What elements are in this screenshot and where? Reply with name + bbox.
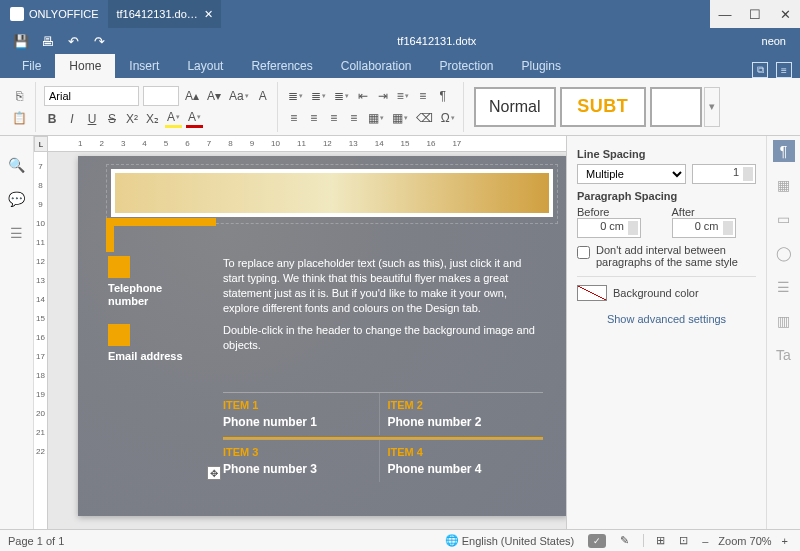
document-page[interactable]: Telephone number Email address To replac…: [78, 156, 566, 516]
item-name[interactable]: ITEM 4: [388, 446, 544, 458]
item-phone[interactable]: Phone number 3: [223, 462, 379, 476]
search-icon[interactable]: 🔍: [8, 156, 26, 174]
zoom-label[interactable]: Zoom 70%: [718, 535, 771, 547]
font-decrease-button[interactable]: A▾: [205, 87, 223, 105]
styles-dropdown[interactable]: ▾: [704, 87, 720, 127]
bullets-button[interactable]: ≣: [286, 87, 305, 105]
undo-button[interactable]: ↶: [60, 31, 86, 51]
fit-page-button[interactable]: ⊞: [652, 534, 669, 547]
special-char-button[interactable]: Ω: [439, 109, 457, 127]
paragraph-1[interactable]: To replace any placeholder text (such as…: [223, 256, 543, 315]
view-settings-icon[interactable]: ≡: [776, 62, 792, 78]
spellcheck-button[interactable]: ✓: [588, 534, 606, 548]
chart-icon[interactable]: ▥: [773, 310, 795, 332]
highlight-button[interactable]: A: [165, 110, 182, 128]
indent-button[interactable]: ⇥: [375, 87, 391, 105]
maximize-button[interactable]: ☐: [740, 0, 770, 28]
language-button[interactable]: 🌐 English (United States): [441, 534, 579, 547]
close-icon[interactable]: ✕: [204, 8, 213, 21]
font-name-select[interactable]: [44, 86, 139, 106]
line-spacing-mode[interactable]: Multiple: [577, 164, 686, 184]
change-case-button[interactable]: Aa: [227, 87, 251, 105]
tab-collaboration[interactable]: Collaboration: [327, 54, 426, 78]
tab-references[interactable]: References: [237, 54, 326, 78]
image-icon[interactable]: ▭: [773, 208, 795, 230]
page-indicator[interactable]: Page 1 of 1: [8, 535, 64, 547]
style-next[interactable]: [650, 87, 702, 127]
subscript-button[interactable]: X₂: [144, 110, 161, 128]
paste-button[interactable]: 📋: [10, 109, 29, 127]
align-left-button[interactable]: ≡: [286, 109, 302, 127]
fit-width-button[interactable]: ⊡: [675, 534, 692, 547]
email-block[interactable]: Email address: [108, 324, 198, 363]
numbering-button[interactable]: ≣: [309, 87, 328, 105]
align-justify-button[interactable]: ≡: [346, 109, 362, 127]
tab-plugins[interactable]: Plugins: [508, 54, 575, 78]
bold-button[interactable]: B: [44, 110, 60, 128]
clear-style-button[interactable]: ⌫: [414, 109, 435, 127]
item-phone[interactable]: Phone number 1: [223, 415, 379, 429]
headings-icon[interactable]: ☰: [8, 224, 26, 242]
minimize-button[interactable]: —: [710, 0, 740, 28]
align-right-button[interactable]: ≡: [326, 109, 342, 127]
document-canvas[interactable]: L 1234567891011121314151617 789101112131…: [34, 136, 566, 529]
user-name[interactable]: neon: [762, 35, 792, 47]
textart-icon[interactable]: Ta: [773, 344, 795, 366]
advanced-settings-link[interactable]: Show advanced settings: [577, 313, 756, 325]
marker-button[interactable]: A: [255, 87, 271, 105]
zoom-out-button[interactable]: –: [698, 535, 712, 547]
style-subtitle[interactable]: SUBT: [560, 87, 646, 127]
header-footer-icon[interactable]: ☰: [773, 276, 795, 298]
tab-home[interactable]: Home: [55, 54, 115, 78]
tab-layout[interactable]: Layout: [173, 54, 237, 78]
sort-button[interactable]: ≡: [415, 87, 431, 105]
comments-icon[interactable]: 💬: [8, 190, 26, 208]
lineheight-button[interactable]: ≡: [395, 87, 411, 105]
items-table[interactable]: ITEM 1 Phone number 1 ITEM 2 Phone numbe…: [223, 392, 543, 482]
before-input[interactable]: 0 cm: [577, 218, 641, 238]
tab-insert[interactable]: Insert: [115, 54, 173, 78]
header-image[interactable]: [111, 169, 553, 217]
line-spacing-value[interactable]: 1: [692, 164, 756, 184]
document-tab[interactable]: tf16412131.do… ✕: [108, 0, 220, 28]
copy-button[interactable]: ⎘: [10, 87, 29, 105]
tab-file[interactable]: File: [8, 54, 55, 78]
open-location-icon[interactable]: ⧉: [752, 62, 768, 78]
item-name[interactable]: ITEM 1: [223, 399, 379, 411]
table-icon[interactable]: ▦: [773, 174, 795, 196]
paragraph-2[interactable]: Double-click in the header to change the…: [223, 323, 543, 353]
ruler-corner[interactable]: L: [34, 136, 48, 152]
track-changes-button[interactable]: ✎: [616, 534, 633, 547]
font-color-button[interactable]: A: [186, 110, 203, 128]
horizontal-ruler[interactable]: 1234567891011121314151617: [48, 136, 566, 152]
pilcrow-button[interactable]: ¶: [435, 87, 451, 105]
dedent-button[interactable]: ⇤: [355, 87, 371, 105]
telephone-block[interactable]: Telephone number: [108, 256, 198, 308]
bg-color-swatch[interactable]: [577, 285, 607, 301]
underline-button[interactable]: U: [84, 110, 100, 128]
vertical-ruler[interactable]: 78910111213141516171819202122: [34, 152, 48, 529]
italic-button[interactable]: I: [64, 110, 80, 128]
redo-button[interactable]: ↷: [86, 31, 112, 51]
header-zone[interactable]: [106, 164, 558, 224]
save-button[interactable]: 💾: [8, 31, 34, 51]
tab-protection[interactable]: Protection: [426, 54, 508, 78]
superscript-button[interactable]: X²: [124, 110, 140, 128]
font-increase-button[interactable]: A▴: [183, 87, 201, 105]
shape-icon[interactable]: ◯: [773, 242, 795, 264]
body-text[interactable]: To replace any placeholder text (such as…: [223, 256, 543, 361]
font-size-select[interactable]: [143, 86, 179, 106]
no-interval-checkbox[interactable]: Don't add interval between paragraphs of…: [577, 244, 756, 268]
print-button[interactable]: 🖶: [34, 31, 60, 51]
zoom-in-button[interactable]: +: [778, 535, 792, 547]
no-interval-input[interactable]: [577, 246, 590, 259]
shading-button[interactable]: ▦: [366, 109, 386, 127]
align-center-button[interactable]: ≡: [306, 109, 322, 127]
after-input[interactable]: 0 cm: [672, 218, 736, 238]
paragraph-icon[interactable]: ¶: [773, 140, 795, 162]
item-name[interactable]: ITEM 2: [388, 399, 544, 411]
item-name[interactable]: ITEM 3: [223, 446, 379, 458]
close-button[interactable]: ✕: [770, 0, 800, 28]
strike-button[interactable]: S: [104, 110, 120, 128]
item-phone[interactable]: Phone number 2: [388, 415, 544, 429]
